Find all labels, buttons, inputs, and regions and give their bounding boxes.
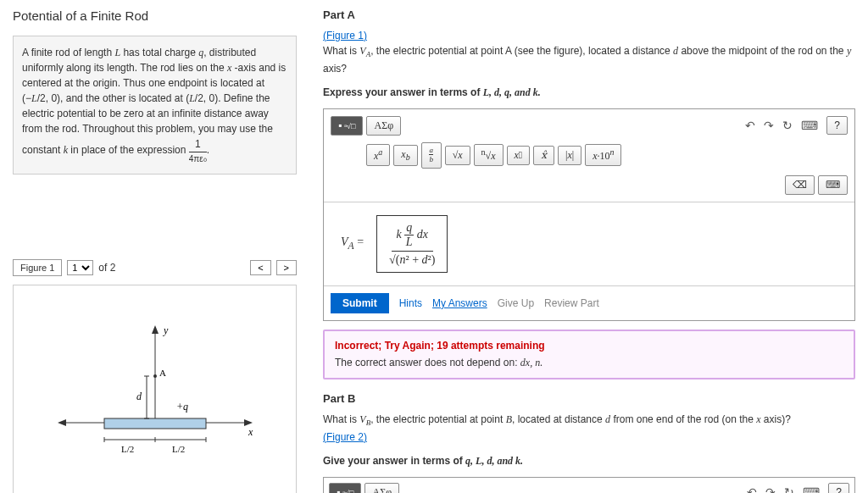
answer-input-area[interactable]: VA = k qL dx √(n² + d²) (324, 202, 854, 285)
svg-text:+q: +q (176, 401, 188, 413)
part-a-title: Part A (323, 8, 855, 21)
figure-area: y x +q A d L/2 L/2 (13, 285, 297, 493)
vector-button[interactable]: x⃗ (507, 146, 531, 165)
keyboard-icon[interactable]: ⌨ (801, 119, 818, 132)
svg-text:A: A (159, 368, 166, 378)
svg-marker-4 (244, 419, 253, 426)
problem-description: A finite rod of length L has total charg… (13, 36, 297, 174)
reset-icon[interactable]: ↻ (782, 119, 793, 132)
superscript-button[interactable]: xa (366, 144, 390, 166)
equation-toolbar-3: ⌫ ⌨ (324, 175, 854, 202)
figure-navigator: Figure 1 1 of 2 < > (13, 259, 297, 276)
part-a-express: Express your answer in terms of L, d, q,… (323, 85, 855, 100)
abs-button[interactable]: |x| (558, 146, 581, 165)
figure-count: of 2 (98, 262, 115, 274)
part-b-question: What is VB, the electric potential at po… (323, 412, 855, 445)
backspace-button[interactable]: ⌫ (785, 175, 815, 195)
page-title: Potential of a Finite Rod (13, 8, 297, 23)
keyboard-icon-b[interactable]: ⌨ (803, 485, 820, 493)
svg-marker-1 (152, 325, 159, 334)
svg-rect-7 (104, 418, 206, 429)
part-b-title: Part B (323, 392, 855, 405)
figure-1-link[interactable]: (Figure 1) (323, 30, 367, 42)
answer-fraction[interactable]: k qL dx √(n² + d²) (376, 215, 448, 273)
part-a-question: (Figure 1) What is VA, the electric pote… (323, 28, 855, 76)
templates-button[interactable]: ▪ ⁿ√□ (331, 116, 363, 136)
subscript-button[interactable]: xb (393, 145, 417, 165)
svg-text:d: d (136, 391, 142, 402)
svg-text:x: x (248, 426, 253, 438)
symbols-button-b[interactable]: ΑΣφ (364, 483, 399, 493)
svg-text:y: y (163, 324, 169, 336)
feedback-message: The correct answer does not depend on: d… (335, 357, 843, 369)
sci-button[interactable]: x·10n (585, 144, 621, 166)
hat-button[interactable]: x̂ (533, 146, 554, 165)
figure-next-button[interactable]: > (276, 260, 297, 275)
help-button[interactable]: ? (826, 116, 848, 135)
undo-icon-b[interactable]: ↶ (747, 485, 757, 493)
svg-text:L/2: L/2 (121, 444, 134, 454)
figure-label: Figure 1 (13, 259, 62, 276)
part-b-express: Give your answer in terms of q, L, d, an… (323, 453, 855, 468)
keyboard2-button[interactable]: ⌨ (818, 175, 848, 195)
figure-select[interactable]: 1 (67, 260, 93, 275)
equation-toolbar-b: ▪ ⁿ√□ ΑΣφ ↶ ↷ ↻ ⌨ ? (324, 478, 854, 493)
feedback-title: Incorrect; Try Again; 19 attempts remain… (335, 340, 843, 352)
part-a-answer-box: ▪ ⁿ√□ ΑΣφ ↶ ↷ ↻ ⌨ ? xa xb ab √x n√x x⃗ x… (323, 108, 855, 321)
redo-icon[interactable]: ↷ (764, 119, 774, 132)
figure-2-link[interactable]: (Figure 2) (323, 431, 367, 443)
reset-icon-b[interactable]: ↻ (784, 485, 794, 493)
equation-toolbar: ▪ ⁿ√□ ΑΣφ ↶ ↷ ↻ ⌨ ? (324, 109, 854, 142)
hints-link[interactable]: Hints (399, 297, 422, 309)
symbols-button[interactable]: ΑΣφ (366, 116, 401, 136)
my-answers-link[interactable]: My Answers (432, 297, 487, 309)
redo-icon-b[interactable]: ↷ (765, 485, 776, 493)
review-link[interactable]: Review Part (544, 297, 599, 309)
part-b-answer-box: ▪ ⁿ√□ ΑΣφ ↶ ↷ ↻ ⌨ ? (323, 477, 855, 493)
fraction-button[interactable]: ab (421, 142, 442, 169)
give-up-link[interactable]: Give Up (498, 297, 534, 309)
sqrt-button[interactable]: √x (445, 146, 470, 165)
svg-point-9 (153, 374, 157, 378)
action-bar: Submit Hints My Answers Give Up Review P… (324, 285, 854, 320)
figure-diagram: y x +q A d L/2 L/2 (45, 313, 265, 482)
equation-toolbar-2: xa xb ab √x n√x x⃗ x̂ |x| x·10n (324, 142, 854, 175)
svg-marker-5 (58, 419, 66, 426)
nroot-button[interactable]: n√x (474, 144, 504, 166)
feedback-box: Incorrect; Try Again; 19 attempts remain… (323, 330, 855, 379)
templates-button-b[interactable]: ▪ ⁿ√□ (329, 483, 361, 493)
help-button-b[interactable]: ? (828, 483, 849, 493)
figure-prev-button[interactable]: < (250, 260, 270, 275)
svg-text:L/2: L/2 (172, 444, 185, 454)
submit-button[interactable]: Submit (331, 293, 389, 313)
undo-icon[interactable]: ↶ (745, 119, 755, 132)
